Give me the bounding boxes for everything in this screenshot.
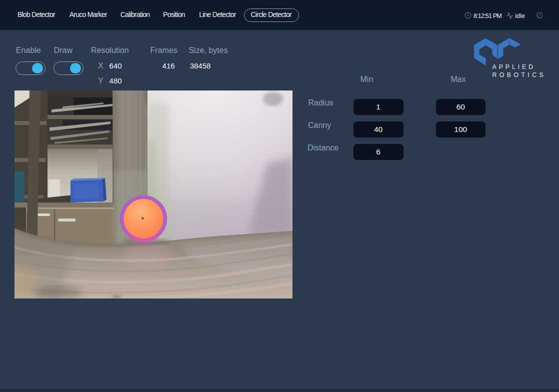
svg-text:APPLIED: APPLIED (492, 64, 536, 70)
svg-text:ROBOTICS: ROBOTICS (492, 72, 545, 78)
